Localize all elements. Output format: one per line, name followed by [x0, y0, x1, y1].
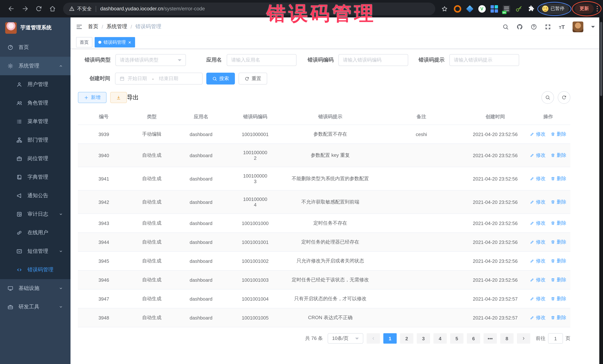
- extensions-puzzle-icon[interactable]: [527, 5, 534, 12]
- toggle-search-button[interactable]: [541, 91, 554, 104]
- app-name-input[interactable]: 请输入应用名: [227, 54, 297, 66]
- error-type-select[interactable]: 请选择错误码类型: [116, 54, 186, 66]
- error-hint-input[interactable]: 请输入错误码提示: [449, 54, 519, 66]
- browser-back-icon[interactable]: [8, 5, 15, 12]
- reset-button[interactable]: 重置: [239, 73, 267, 85]
- edit-link[interactable]: 修改: [530, 239, 546, 245]
- delete-link[interactable]: 删除: [551, 258, 567, 264]
- cell-hint: 参数配置不存在: [282, 125, 378, 144]
- hamburger-icon[interactable]: [76, 23, 83, 30]
- create-time-range-picker[interactable]: 开始日期 - 结束日期: [115, 73, 203, 85]
- goto-page-input[interactable]: [548, 333, 563, 344]
- edit-link-label: 修改: [536, 276, 546, 283]
- sidebar-item-dept-management[interactable]: 部门管理: [0, 131, 70, 149]
- link-icon: [16, 230, 22, 236]
- extension-orange-icon[interactable]: [454, 5, 461, 12]
- browser-menu-icon[interactable]: [597, 6, 598, 11]
- sidebar-item-online-users[interactable]: 在线用户: [0, 223, 70, 242]
- delete-link-label: 删除: [557, 152, 567, 159]
- add-button[interactable]: 新增: [78, 92, 106, 103]
- address-bar[interactable]: 不安全 dashboard.yudao.iocoder.cn /system/e…: [63, 2, 435, 15]
- delete-link[interactable]: 删除: [551, 276, 567, 283]
- extension-gem-icon[interactable]: [466, 5, 473, 12]
- edit-link[interactable]: 修改: [530, 220, 546, 226]
- bookmark-star-icon[interactable]: [441, 5, 448, 12]
- breadcrumb-system[interactable]: 系统管理: [106, 23, 127, 30]
- browser-home-icon[interactable]: [49, 5, 56, 12]
- edit-link[interactable]: 修改: [530, 258, 546, 264]
- profile-paused-pill[interactable]: 已暂停: [540, 3, 569, 14]
- page-button-4[interactable]: 4: [433, 333, 447, 344]
- update-button[interactable]: 更新: [575, 4, 594, 14]
- tab-close-icon[interactable]: [128, 41, 131, 44]
- next-page-button[interactable]: [517, 333, 530, 344]
- sidebar-item-audit-log[interactable]: 审计日志: [0, 205, 70, 223]
- font-size-icon[interactable]: TT: [559, 24, 565, 30]
- edit-link[interactable]: 修改: [530, 131, 546, 138]
- cell-remark: [378, 167, 464, 190]
- sidebar-item-dict-management[interactable]: 字典管理: [0, 168, 70, 187]
- sidebar-item-sms-management[interactable]: 短信管理: [0, 242, 70, 261]
- sidebar-item-notice-announcement[interactable]: 通知公告: [0, 187, 70, 205]
- sidebar-item-menu-management[interactable]: 菜单管理: [0, 112, 70, 131]
- breadcrumb-separator: /: [102, 24, 103, 30]
- delete-link[interactable]: 删除: [551, 295, 567, 302]
- scrollbar-thumb[interactable]: [600, 22, 602, 96]
- error-code-input[interactable]: 请输入错误码编码: [338, 54, 408, 66]
- fullscreen-icon[interactable]: [545, 23, 551, 30]
- page-button-3[interactable]: 3: [417, 333, 430, 344]
- extension-cubes-icon[interactable]: [490, 5, 498, 12]
- edit-link[interactable]: 修改: [530, 295, 546, 302]
- edit-link[interactable]: 修改: [530, 152, 546, 159]
- page-button-6[interactable]: 6: [467, 333, 480, 344]
- delete-link[interactable]: 删除: [551, 314, 567, 321]
- page-ellipsis-button[interactable]: •••: [484, 333, 497, 344]
- delete-link[interactable]: 删除: [551, 239, 567, 245]
- sidebar-item-dev-tools[interactable]: 研发工具: [0, 298, 70, 316]
- extension-vue-devtools-icon[interactable]: V: [478, 5, 486, 12]
- sidebar-submenu: 用户管理角色管理菜单管理部门管理岗位管理字典管理通知公告审计日志在线用户短信管理…: [0, 75, 70, 279]
- tab-home[interactable]: 首页: [76, 37, 93, 47]
- page-button-2[interactable]: 2: [400, 333, 413, 344]
- sidebar-item-post-management[interactable]: 岗位管理: [0, 149, 70, 168]
- page-size-select[interactable]: 10条/页: [328, 333, 363, 344]
- sidebar-item-home[interactable]: 首页: [0, 38, 70, 57]
- delete-link[interactable]: 删除: [551, 199, 567, 205]
- page-button-5[interactable]: 5: [450, 333, 464, 344]
- breadcrumb-home[interactable]: 首页: [88, 23, 98, 30]
- delete-link-label: 删除: [557, 199, 567, 205]
- edit-link[interactable]: 修改: [530, 175, 546, 182]
- edit-link[interactable]: 修改: [530, 276, 546, 283]
- header-search-icon[interactable]: [502, 23, 509, 30]
- window-scrollbar[interactable]: [599, 17, 603, 364]
- search-button[interactable]: 搜索: [206, 73, 235, 85]
- delete-link[interactable]: 删除: [551, 131, 567, 138]
- extension-key-icon[interactable]: [515, 5, 522, 12]
- page-button-8[interactable]: 8: [500, 333, 514, 344]
- browser-forward-icon[interactable]: [22, 5, 29, 12]
- sidebar-item-error-code-management[interactable]: 错误码管理: [0, 261, 70, 279]
- refresh-table-button[interactable]: [558, 91, 570, 104]
- delete-link[interactable]: 删除: [551, 152, 567, 159]
- delete-link[interactable]: 删除: [551, 175, 567, 182]
- browser-reload-icon[interactable]: [35, 5, 42, 12]
- tab-error-code-management[interactable]: 错误码管理: [95, 37, 135, 47]
- sidebar-item-system-management[interactable]: 系统管理: [0, 57, 70, 75]
- extension-list-icon[interactable]: on: [503, 5, 510, 12]
- edit-link-label: 修改: [536, 239, 546, 245]
- prev-page-button[interactable]: [367, 333, 380, 344]
- sidebar-item-infrastructure[interactable]: 基础设施: [0, 279, 70, 298]
- user-avatar[interactable]: [573, 21, 583, 32]
- export-button[interactable]: [110, 92, 127, 103]
- sidebar-item-user-management[interactable]: 用户管理: [0, 75, 70, 94]
- github-icon[interactable]: [517, 23, 523, 30]
- sidebar-item-role-management[interactable]: 角色管理: [0, 94, 70, 112]
- cell-operations: 修改删除: [526, 270, 570, 289]
- page-button-1[interactable]: 1: [383, 333, 397, 344]
- avatar-caret-down-icon[interactable]: [591, 26, 595, 30]
- logo[interactable]: 芋道管理系统: [0, 17, 70, 38]
- delete-link[interactable]: 删除: [551, 220, 567, 226]
- edit-link[interactable]: 修改: [530, 314, 546, 321]
- edit-link[interactable]: 修改: [530, 199, 546, 205]
- help-icon[interactable]: [531, 23, 537, 30]
